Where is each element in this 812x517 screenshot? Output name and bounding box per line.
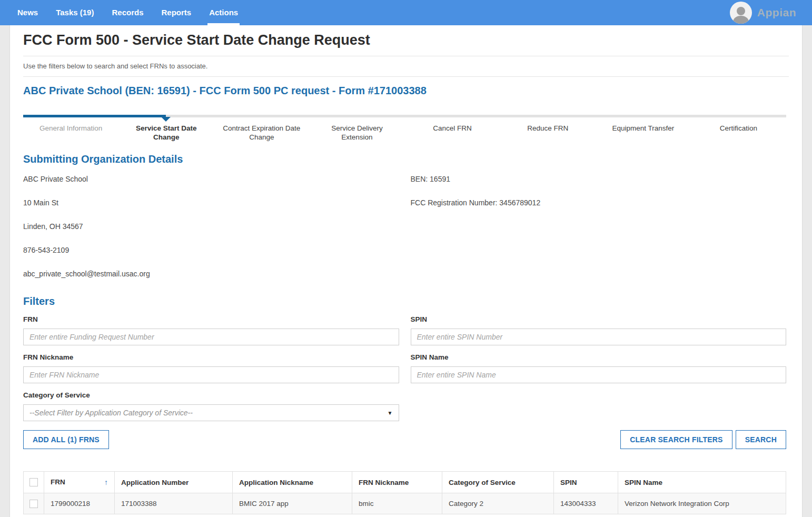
spin-name-field: SPIN Name (411, 353, 787, 383)
frn-field: FRN (23, 315, 399, 345)
table-row: 1799000218 171003388 BMIC 2017 app bmic … (24, 493, 786, 514)
step-certification[interactable]: Certification (691, 124, 786, 142)
filter-actions-row: ADD ALL (1) FRNS CLEAR SEARCH FILTERS SE… (23, 430, 786, 449)
step-cancel-frn[interactable]: Cancel FRN (405, 124, 500, 142)
step-labels: General Information Service Start Date C… (23, 124, 786, 142)
progress-track (23, 115, 786, 117)
current-step-arrow-icon (161, 117, 171, 122)
filters-left-column: FRN FRN Nickname Category of Service --S… (23, 307, 399, 421)
step-contract-expiration-date-change[interactable]: Contract Expiration Date Change (214, 124, 309, 142)
filter-actions-right: CLEAR SEARCH FILTERS SEARCH (620, 430, 786, 449)
category-of-service-select[interactable]: --Select Filter by Application Category … (23, 404, 399, 421)
user-avatar[interactable] (730, 2, 752, 24)
page-content: FCC Form 500 - Service Start Date Change… (9, 25, 803, 517)
page-title: FCC Form 500 - Service Start Date Change… (23, 25, 786, 56)
clear-search-filters-button[interactable]: CLEAR SEARCH FILTERS (620, 430, 732, 449)
nav-item-news[interactable]: News (8, 0, 47, 25)
org-ben: BEN: 16591 (411, 167, 787, 183)
sort-ascending-icon[interactable]: ↑ (104, 478, 108, 486)
org-street: 10 Main St (23, 191, 399, 207)
spin-name-input[interactable] (411, 366, 787, 383)
spin-field: SPIN (411, 315, 787, 345)
row-checkbox[interactable] (29, 500, 38, 508)
results-header-row: FRN ↑ Application Number Application Nic… (24, 472, 786, 493)
column-header-frn-nickname[interactable]: FRN Nickname (352, 472, 442, 493)
step-general-information[interactable]: General Information (23, 124, 118, 142)
step-service-start-date-change[interactable]: Service Start Date Change (118, 124, 214, 142)
column-header-spin[interactable]: SPIN (554, 472, 618, 493)
results-table-section: FRN ↑ Application Number Application Nic… (23, 471, 786, 514)
step-progress-bar: General Information Service Start Date C… (23, 115, 786, 142)
filters-heading: Filters (23, 295, 786, 307)
nav-item-records[interactable]: Records (103, 0, 152, 25)
org-details-left-column: ABC Private School 10 Main St Linden, OH… (23, 167, 399, 286)
org-details-heading: Submitting Organization Details (23, 153, 786, 165)
spin-label: SPIN (411, 315, 787, 323)
frn-nickname-input[interactable] (23, 366, 399, 383)
frn-input[interactable] (23, 329, 399, 345)
cell-application-number: 171003388 (115, 493, 233, 514)
cell-frn: 1799000218 (44, 493, 115, 514)
spin-name-label: SPIN Name (411, 353, 787, 361)
page-instructions: Use the filters below to search and sele… (23, 56, 786, 76)
progress-fill (23, 115, 166, 117)
org-phone: 876-543-2109 (23, 238, 399, 254)
navbar-right: Appian (730, 2, 806, 24)
filters-right-column: SPIN SPIN Name (411, 307, 787, 421)
category-of-service-field: Category of Service --Select Filter by A… (23, 391, 399, 421)
filters-grid: FRN FRN Nickname Category of Service --S… (23, 307, 786, 421)
select-all-checkbox[interactable] (29, 478, 38, 486)
brand-logo: Appian (757, 6, 796, 19)
cell-category-of-service: Category 2 (442, 493, 554, 514)
column-header-spin-name[interactable]: SPIN Name (618, 472, 786, 493)
chevron-down-icon: ▼ (388, 410, 393, 416)
cell-application-nickname: BMIC 2017 app (233, 493, 352, 514)
org-city-state-zip: Linden, OH 34567 (23, 215, 399, 231)
column-header-frn-label: FRN (51, 478, 65, 486)
column-header-application-number[interactable]: Application Number (115, 472, 233, 493)
category-of-service-label: Category of Service (23, 391, 399, 399)
form-heading: ABC Private School (BEN: 16591) - FCC Fo… (23, 77, 786, 100)
step-reduce-frn[interactable]: Reduce FRN (500, 124, 596, 142)
results-table: FRN ↑ Application Number Application Nic… (23, 471, 786, 514)
org-email: abc_private_school@testmail.usac.org (23, 262, 399, 278)
category-of-service-selected-value: --Select Filter by Application Category … (29, 409, 193, 417)
frn-nickname-field: FRN Nickname (23, 353, 399, 383)
org-details-right-column: BEN: 16591 FCC Registration Number: 3456… (411, 167, 787, 286)
user-avatar-icon (732, 5, 750, 24)
org-fcc-registration: FCC Registration Number: 3456789012 (411, 191, 787, 207)
column-header-frn[interactable]: FRN ↑ (44, 472, 115, 493)
frn-nickname-label: FRN Nickname (23, 353, 399, 361)
nav-item-actions[interactable]: Actions (200, 0, 247, 25)
org-name: ABC Private School (23, 167, 399, 183)
page-shell: FCC Form 500 - Service Start Date Change… (0, 25, 812, 517)
org-details-section: Submitting Organization Details ABC Priv… (23, 153, 786, 286)
top-navbar: News Tasks (19) Records Reports Actions … (0, 0, 812, 25)
step-equipment-transfer[interactable]: Equipment Transfer (596, 124, 691, 142)
frn-label: FRN (23, 315, 399, 323)
spin-input[interactable] (411, 329, 787, 345)
cell-spin: 143004333 (554, 493, 618, 514)
nav-item-tasks[interactable]: Tasks (19) (47, 0, 103, 25)
column-header-application-nickname[interactable]: Application Nickname (233, 472, 352, 493)
step-service-delivery-extension[interactable]: Service Delivery Extension (309, 124, 404, 142)
search-button[interactable]: SEARCH (736, 430, 786, 449)
cell-frn-nickname: bmic (352, 493, 442, 514)
column-header-category-of-service[interactable]: Category of Service (442, 472, 554, 493)
cell-spin-name: Verizon Network Integration Corp (618, 493, 786, 514)
nav-item-reports[interactable]: Reports (152, 0, 200, 25)
add-all-frns-button[interactable]: ADD ALL (1) FRNS (23, 430, 109, 449)
